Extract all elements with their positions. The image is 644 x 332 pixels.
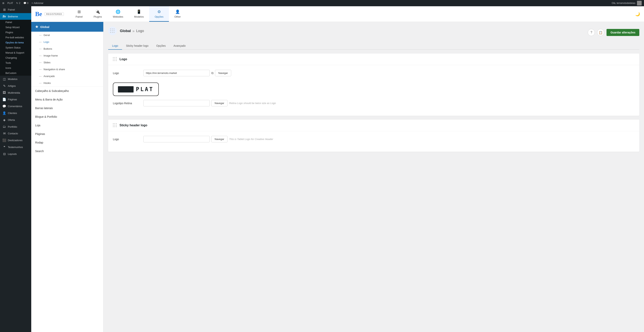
sticky-card-header: Sticky header logo — [108, 120, 639, 131]
section-barras-laterais[interactable]: Barras laterais — [31, 104, 103, 112]
be-nav-right: 🌙 — [635, 12, 640, 17]
site-name[interactable]: PLAT — [8, 2, 13, 5]
sticky-card-body: Logo Navegar This is Tablet Logo for Cre… — [108, 131, 639, 152]
sidebar-item-painel[interactable]: ⊞ Painel — [0, 6, 31, 13]
global-label: Global — [40, 25, 50, 29]
testemunhos-icon: ❝ — [2, 145, 6, 149]
sidebar-item-deslizadores[interactable]: ⬛ Deslizadores — [0, 137, 31, 144]
sidebar-item-layouts[interactable]: ⊟ Layouts — [0, 150, 31, 157]
section-menu-barra[interactable]: Menu & Barra de Ação — [31, 95, 103, 104]
submenu-setup-wizard[interactable]: Setup Wizard — [0, 25, 31, 30]
be-nav-other[interactable]: 👤 Other — [169, 6, 186, 22]
sidebar-item-multimidia[interactable]: 🖼 Multimédia — [0, 89, 31, 96]
logo-input[interactable] — [143, 70, 210, 76]
settings-slides[interactable]: — Slides — [31, 59, 103, 66]
section-blogue-portfolio[interactable]: Blogue & Portfolio — [31, 112, 103, 121]
sidebar-item-paginas[interactable]: 📄 Páginas — [0, 96, 31, 103]
other-nav-icon: 👤 — [175, 9, 180, 14]
submenu-manual-support[interactable]: Manual & Support — [0, 50, 31, 55]
avatar[interactable] — [637, 1, 642, 6]
wp-icon: ⊞ — [2, 2, 4, 5]
be-nav-websites[interactable]: 🌐 Websites — [108, 6, 129, 22]
settings-logo[interactable]: — Logo — [31, 39, 103, 45]
submenu-plugins[interactable]: Plugins — [0, 30, 31, 35]
settings-hooks[interactable]: — Hooks — [31, 80, 103, 86]
sidebar-item-modelos[interactable]: ◫ Modelos — [0, 76, 31, 83]
sticky-logo-input-group: Navegar This is Tablet Logo for Creative… — [143, 136, 635, 142]
sticky-logo-navegar-button[interactable]: Navegar — [211, 136, 228, 142]
retina-hint: Retina Logo should be twice size as Logo — [229, 102, 635, 105]
section-cabecalho[interactable]: Cabeçalho & Subcabeçalho — [31, 87, 103, 95]
sidebar-item-clientes[interactable]: 👤 Clientes — [0, 110, 31, 116]
sidebar: ⊞ Painel Be Betheme Painel Setup Wizard … — [0, 6, 31, 332]
retina-field-row: Logotipo Retina Navegar Retina Logo shou… — [113, 100, 635, 106]
submenu-icons[interactable]: Icons — [0, 66, 31, 71]
page-top-header: Global » Logo — [108, 27, 144, 38]
submenu-painel[interactable]: Painel — [0, 20, 31, 25]
betheme-nav: Be REGISTERED ⊞ Painel 🔌 Plugins 🌐 Websi… — [31, 6, 644, 22]
tab-opcoes[interactable]: Opções — [152, 42, 170, 50]
star-icon: ★ — [35, 25, 38, 29]
multimidia-icon: 🖼 — [2, 91, 6, 94]
save-button[interactable]: Guardar alterações — [606, 29, 639, 36]
submenu-system-status[interactable]: System Status — [0, 45, 31, 50]
retina-navegar-button[interactable]: Navegar — [211, 100, 228, 106]
logo-navegar-button[interactable]: Navegar — [215, 70, 231, 76]
submenu-pre-built[interactable]: Pre-built websites — [0, 35, 31, 40]
settings-geral[interactable]: — Geral — [31, 32, 103, 39]
submenu-opcoes-tema[interactable]: Opções do tema — [0, 40, 31, 45]
be-nav-opcoes[interactable]: ⚙ Opções — [149, 6, 169, 22]
breadcrumb-separator: » — [132, 29, 134, 33]
dots-circle — [108, 27, 117, 35]
sidebar-item-oferta[interactable]: ◈ Oferta — [0, 116, 31, 123]
clientes-icon: 👤 — [2, 111, 6, 115]
submenu-tools[interactable]: Tools — [0, 60, 31, 66]
tab-sticky-header-logo[interactable]: Sticky header logo — [122, 42, 152, 50]
logo-card-body: Logo ⧉ Navegar PLAT — [108, 65, 639, 116]
sticky-logo-input[interactable] — [143, 136, 210, 142]
be-nav-painel[interactable]: ⊞ Painel — [70, 6, 88, 22]
section-search[interactable]: Search — [31, 147, 103, 155]
breadcrumb-actions: ? 📋 Guardar alterações — [588, 29, 639, 36]
registered-badge: REGISTERED — [44, 12, 64, 16]
logo-card-title: Logo — [120, 58, 127, 61]
settings-navigation-share[interactable]: — Navigation & share — [31, 66, 103, 73]
admin-bar-right: Olá, terramotodeideias — [612, 1, 642, 6]
global-settings-item[interactable]: ★ Global — [31, 22, 103, 32]
be-nav-plugins[interactable]: 🔌 Plugins — [88, 6, 108, 22]
sidebar-item-contacto[interactable]: ✉ Contacto — [0, 130, 31, 137]
add-new[interactable]: + Adicionar — [32, 2, 44, 5]
notes-button[interactable]: 📋 — [597, 29, 604, 36]
section-rodap[interactable]: Rodap — [31, 138, 103, 147]
sidebar-item-comentarios[interactable]: 💬 Comentários — [0, 103, 31, 110]
sidebar-item-artigos[interactable]: ✎ Artigos — [0, 83, 31, 89]
settings-image-frame[interactable]: — Image frame — [31, 52, 103, 59]
dark-mode-icon[interactable]: 🌙 — [635, 12, 640, 17]
wp-logo[interactable]: ⊞ — [2, 2, 4, 5]
portfolio-icon: 🗂 — [2, 125, 6, 128]
submenu-becustom[interactable]: BeCustom — [0, 71, 31, 76]
help-button[interactable]: ? — [588, 29, 595, 36]
updates[interactable]: ↻ 2 — [16, 2, 20, 5]
submenu-changelog[interactable]: Changelog — [0, 55, 31, 60]
sticky-logo-field-label: Logo — [113, 138, 140, 141]
card-drag-handle[interactable] — [113, 57, 117, 61]
comments[interactable]: 💬 0 — [24, 2, 28, 5]
copy-icon[interactable]: ⧉ — [211, 71, 214, 75]
sidebar-item-testemunhos[interactable]: ❝ Testemunhos — [0, 144, 31, 150]
tab-logo[interactable]: Logo — [108, 42, 122, 50]
sticky-drag-handle[interactable] — [113, 123, 117, 127]
paginas-icon: 📄 — [2, 98, 6, 101]
logo-preview: PLAT — [113, 83, 159, 96]
be-nav-modelos[interactable]: 📱 Modelos — [129, 6, 149, 22]
section-paginas[interactable]: Páginas — [31, 130, 103, 138]
section-loja[interactable]: Loja — [31, 121, 103, 130]
be-nav-items: ⊞ Painel 🔌 Plugins 🌐 Websites 📱 Modelos … — [70, 6, 186, 22]
sidebar-item-portfolio[interactable]: 🗂 Portfólio — [0, 123, 31, 130]
tab-avancado[interactable]: Avançado — [170, 42, 190, 50]
sidebar-item-betheme[interactable]: Be Betheme — [0, 13, 31, 20]
retina-input[interactable] — [143, 100, 210, 106]
settings-avancado[interactable]: — Avançado — [31, 73, 103, 80]
logo-card-header: Logo — [108, 54, 639, 65]
settings-buttons[interactable]: — Buttons — [31, 45, 103, 52]
